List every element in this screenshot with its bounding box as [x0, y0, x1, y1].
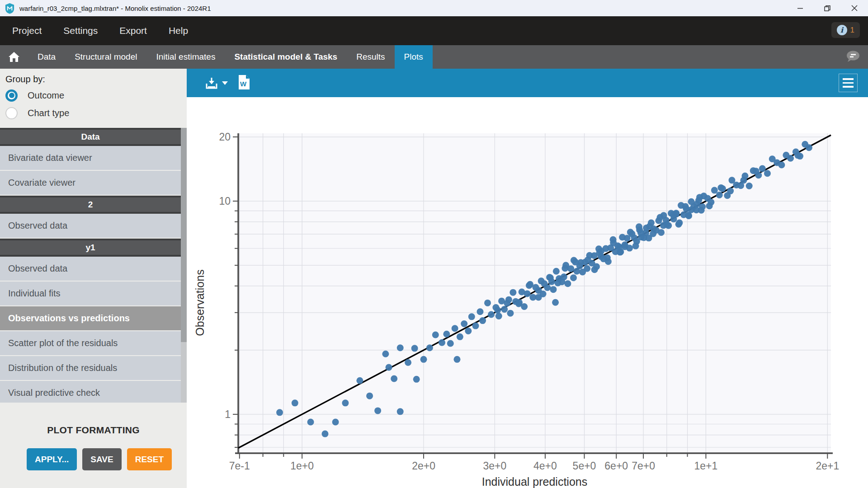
- svg-text:3e+0: 3e+0: [483, 460, 506, 472]
- svg-text:6e+0: 6e+0: [604, 460, 628, 472]
- home-tab[interactable]: [0, 45, 28, 69]
- sidebar-item-individual-fits[interactable]: Individual fits: [0, 282, 181, 305]
- plot-list: DataBivariate data viewerCovariate viewe…: [0, 128, 187, 403]
- sidebar-item-observed-data[interactable]: Observed data: [0, 214, 181, 238]
- sidebar-item-observed-data[interactable]: Observed data: [0, 257, 181, 281]
- group-by-section: Group by: OutcomeChart type: [0, 69, 187, 120]
- plot-menu-button[interactable]: [839, 74, 858, 92]
- download-icon: [205, 77, 218, 89]
- chevron-down-icon: [222, 81, 228, 85]
- reset-button[interactable]: RESET: [127, 448, 172, 470]
- chat-bubble-icon[interactable]: [845, 50, 861, 65]
- svg-text:1: 1: [225, 408, 231, 420]
- close-button[interactable]: [841, 0, 868, 16]
- tab-structural-model[interactable]: Structural model: [65, 45, 146, 69]
- observations-vs-predictions-chart: 7e-11e+02e+03e+04e+05e+06e+07e+01e+12e+1…: [187, 97, 868, 488]
- svg-text:Individual predictions: Individual predictions: [482, 475, 587, 488]
- home-icon: [8, 51, 20, 63]
- menu-item-help[interactable]: Help: [169, 25, 188, 36]
- menu-item-settings[interactable]: Settings: [63, 25, 98, 36]
- plot-formatting-title: PLOT FORMATTING: [0, 425, 187, 436]
- word-document-icon: W: [238, 75, 250, 89]
- info-button[interactable]: i 1: [831, 22, 860, 38]
- export-word-button[interactable]: W: [238, 75, 250, 91]
- plots-sidebar: Group by: OutcomeChart type DataBivariat…: [0, 69, 187, 488]
- window-titlebar: warfarin_r03_2cmp_tlag.mlxtran* - Monoli…: [0, 0, 868, 16]
- menu-icon: [843, 78, 854, 80]
- svg-text:10: 10: [219, 195, 231, 207]
- sidebar-section-header-y1: y1: [0, 239, 181, 257]
- group-by-option-outcome[interactable]: Outcome: [5, 89, 181, 102]
- sidebar-section-header-data: Data: [0, 128, 181, 146]
- scatter-plot: 7e-11e+02e+03e+04e+05e+06e+07e+01e+12e+1…: [187, 97, 868, 488]
- radio-unselected-icon[interactable]: [5, 107, 18, 119]
- info-icon: i: [837, 25, 847, 35]
- svg-text:2e+1: 2e+1: [816, 460, 839, 472]
- radio-selected-icon[interactable]: [5, 89, 18, 102]
- save-button[interactable]: SAVE: [82, 448, 121, 470]
- plot-formatting-section: PLOT FORMATTING APPLY...SAVERESET: [0, 403, 187, 470]
- sidebar-section-header-2: 2: [0, 196, 181, 214]
- sidebar-item-observations-vs-predictions[interactable]: Observations vs predictions: [0, 306, 181, 330]
- svg-text:W: W: [240, 80, 247, 88]
- info-badge: 1: [850, 26, 854, 35]
- svg-text:Observations: Observations: [193, 269, 206, 336]
- minimize-button[interactable]: [787, 0, 814, 16]
- window-controls: [787, 0, 868, 16]
- menu-bar: ProjectSettingsExportHelp i 1: [0, 16, 868, 45]
- svg-text:1e+0: 1e+0: [290, 460, 314, 472]
- tab-statistical-model-tasks[interactable]: Statistical model & Tasks: [225, 45, 347, 69]
- svg-text:5e+0: 5e+0: [573, 460, 596, 472]
- sidebar-scrollbar[interactable]: [181, 128, 187, 403]
- radio-label: Outcome: [28, 90, 64, 101]
- tab-data[interactable]: Data: [28, 45, 65, 69]
- download-button[interactable]: [205, 77, 228, 89]
- group-by-label: Group by:: [5, 74, 181, 84]
- group-by-option-chart-type[interactable]: Chart type: [5, 106, 181, 120]
- window-title: warfarin_r03_2cmp_tlag.mlxtran* - Monoli…: [19, 5, 211, 12]
- sidebar-item-scatter-plot-of-the-residuals[interactable]: Scatter plot of the residuals: [0, 331, 181, 355]
- tab-initial-estimates[interactable]: Initial estimates: [146, 45, 225, 69]
- restore-button[interactable]: [814, 0, 841, 16]
- svg-text:20: 20: [219, 131, 231, 143]
- plot-toolbar: W: [187, 69, 868, 97]
- tab-plots[interactable]: Plots: [395, 45, 433, 69]
- svg-text:1e+1: 1e+1: [694, 460, 718, 472]
- menu-item-project[interactable]: Project: [12, 25, 42, 36]
- main-tab-bar: DataStructural modelInitial estimatesSta…: [0, 45, 868, 69]
- svg-text:7e+0: 7e+0: [632, 460, 655, 472]
- sidebar-item-visual-predictive-check[interactable]: Visual predictive check: [0, 381, 181, 403]
- monolix-app-icon: [5, 3, 15, 14]
- menu-item-export[interactable]: Export: [119, 25, 147, 36]
- apply-button[interactable]: APPLY...: [27, 448, 77, 470]
- sidebar-item-bivariate-data-viewer[interactable]: Bivariate data viewer: [0, 146, 181, 170]
- svg-text:7e-1: 7e-1: [229, 460, 250, 472]
- sidebar-item-covariate-viewer[interactable]: Covariate viewer: [0, 171, 181, 195]
- plot-panel: W 7e-11e+02e+03e+04e+05e+06e+07e+01e+12e…: [187, 69, 868, 488]
- tab-results[interactable]: Results: [347, 45, 394, 69]
- radio-label: Chart type: [28, 108, 69, 118]
- svg-text:2e+0: 2e+0: [412, 460, 435, 472]
- svg-text:4e+0: 4e+0: [533, 460, 557, 472]
- sidebar-item-distribution-of-the-residuals[interactable]: Distribution of the residuals: [0, 356, 181, 380]
